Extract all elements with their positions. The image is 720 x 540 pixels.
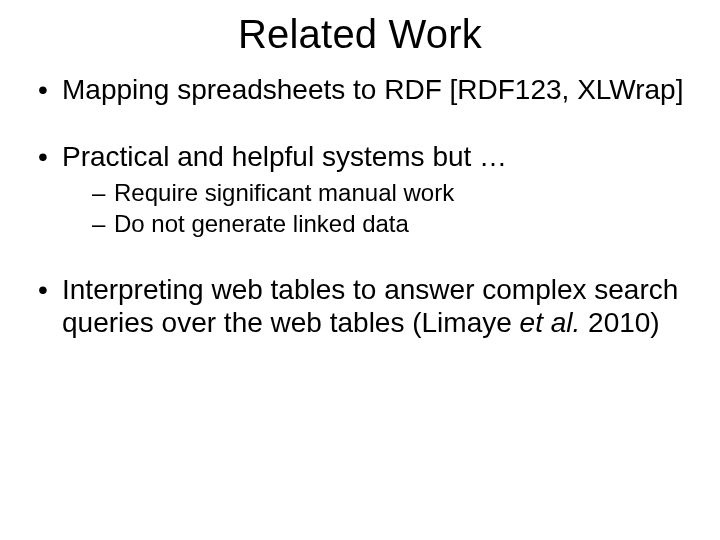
slide-title: Related Work xyxy=(0,0,720,67)
sub-bullet-text: Require significant manual work xyxy=(114,179,454,206)
citation-close: 2010) xyxy=(580,307,659,338)
bullet-item-1: Mapping spreadsheets to RDF [RDF123, XLW… xyxy=(36,73,684,106)
bullet-list: Mapping spreadsheets to RDF [RDF123, XLW… xyxy=(36,73,684,339)
sub-bullet-item: Require significant manual work xyxy=(92,179,684,208)
bullet-item-3: Interpreting web tables to answer comple… xyxy=(36,273,684,339)
citation-italic: et al. xyxy=(520,307,581,338)
slide: Related Work Mapping spreadsheets to RDF… xyxy=(0,0,720,540)
sub-bullet-item: Do not generate linked data xyxy=(92,210,684,239)
citation-open: (Limaye xyxy=(412,307,519,338)
sub-bullet-text: Do not generate linked data xyxy=(114,210,409,237)
bullet-text: Mapping spreadsheets to RDF [RDF123, XLW… xyxy=(62,74,683,105)
bullet-text: Practical and helpful systems but … xyxy=(62,141,507,172)
sub-bullet-list: Require significant manual work Do not g… xyxy=(62,179,684,239)
slide-body: Mapping spreadsheets to RDF [RDF123, XLW… xyxy=(0,67,720,339)
bullet-item-2: Practical and helpful systems but … Requ… xyxy=(36,140,684,239)
